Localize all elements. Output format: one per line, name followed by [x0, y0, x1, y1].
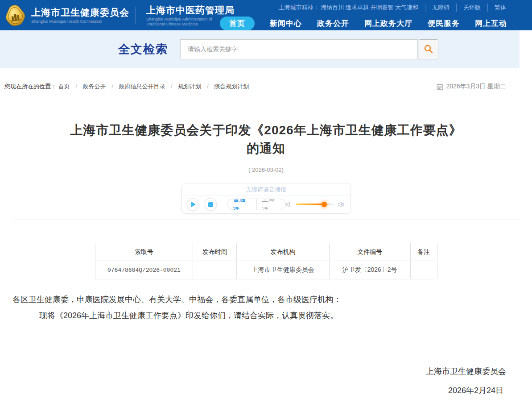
- cell-issuing-agency: 上海市卫生健康委员会: [237, 261, 330, 279]
- traditional-chinese-link[interactable]: 繁体: [487, 4, 506, 12]
- breadcrumb-separator: /: [171, 83, 173, 90]
- breadcrumb-prefix: 您现在所在的位置：: [4, 83, 57, 90]
- content-divider: [12, 220, 520, 220]
- article-publish-date: ( 2026-03-02): [0, 166, 532, 173]
- org-primary-name: 上海市卫生健康委员会: [31, 7, 129, 18]
- document-meta-table: 索取号 发布时间 发布机构 文件编号 备注 076478684Q/2026-00…: [95, 243, 437, 279]
- article-paragraph-salutation: 各区卫生健康委，申康医院发展中心、有关大学、中福会，各委直属单位，各市级医疗机构…: [12, 291, 519, 307]
- breadcrumb-item-comprehensive-planning[interactable]: 综合规划计划: [214, 83, 249, 90]
- cell-index-number: 076478684Q/2026-00021: [95, 261, 193, 279]
- nav-gov-affairs[interactable]: 政务公开: [317, 18, 349, 29]
- table-header-row: 索取号 发布时间 发布机构 文件编号 备注: [95, 243, 437, 261]
- site-header: 上海市卫生健康委员会 Shanghai Municipal Health Com…: [0, 0, 532, 30]
- col-publish-time: 发布时间: [193, 243, 237, 261]
- breadcrumb-item-home[interactable]: 首页: [58, 83, 70, 90]
- care-version-link[interactable]: 关怀版: [456, 4, 481, 12]
- signature-org: 上海市卫生健康委员会: [0, 366, 532, 377]
- volume-high-icon: [338, 201, 345, 208]
- nav-public-service[interactable]: 便民服务: [428, 18, 460, 29]
- col-remarks: 备注: [410, 243, 437, 261]
- volume-control: [286, 201, 345, 208]
- table-row: 076478684Q/2026-00021 上海市卫生健康委员会 沪卫发〔202…: [95, 261, 437, 279]
- cell-document-number: 沪卫发〔2026〕2号: [329, 261, 410, 279]
- site-brand: 上海市卫生健康委员会 Shanghai Municipal Health Com…: [4, 0, 235, 30]
- breadcrumb: 您现在所在的位置： 首页 / 政务公开 / 政府信息公开目录 / 规划计划 / …: [4, 83, 249, 91]
- breadcrumb-item-info-catalog[interactable]: 政府信息公开目录: [119, 83, 165, 90]
- signature-date: 2026年2月24日: [0, 385, 532, 396]
- breadcrumb-separator: /: [207, 83, 209, 90]
- breadcrumb-separator: /: [111, 83, 113, 90]
- article: 上海市卫生健康委员会关于印发《2026年上海市卫生健康工作要点》的通知 ( 20…: [0, 121, 532, 396]
- nav-home[interactable]: 首页: [220, 17, 255, 30]
- search-button[interactable]: [419, 39, 438, 59]
- cell-publish-time: [193, 261, 237, 279]
- calendar-icon: [437, 83, 443, 90]
- play-icon: [191, 202, 196, 207]
- tts-player-title: 无障碍语音播报: [182, 183, 351, 195]
- tts-player: 无障碍语音播报 普通话 上海话: [181, 183, 351, 214]
- volume-handle[interactable]: [322, 202, 327, 207]
- cell-remarks: [410, 261, 437, 279]
- stop-button[interactable]: [205, 198, 217, 211]
- accessibility-link[interactable]: 无障碍: [425, 4, 450, 12]
- volume-fill: [296, 204, 325, 205]
- org-primary: 上海市卫生健康委员会 Shanghai Municipal Health Com…: [31, 6, 129, 24]
- search-input[interactable]: [180, 39, 418, 59]
- brand-divider: [135, 7, 136, 24]
- nav-news-center[interactable]: 新闻中心: [270, 18, 302, 29]
- col-document-number: 文件编号: [329, 243, 410, 261]
- language-option-mandarin[interactable]: 普通话: [228, 199, 257, 210]
- tts-player-controls: 普通话 上海话: [182, 195, 351, 213]
- volume-low-icon: [286, 201, 292, 208]
- search-section: 全文检索: [0, 30, 520, 68]
- nav-online-service-hall[interactable]: 网上政务大厅: [364, 18, 412, 29]
- breadcrumb-separator: /: [75, 83, 77, 90]
- search-label: 全文检索: [118, 42, 168, 57]
- org-primary-name-en: Shanghai Municipal Health Commission: [31, 19, 129, 24]
- stop-icon: [208, 202, 213, 207]
- col-issuing-agency: 发布机构: [237, 243, 330, 261]
- play-button[interactable]: [187, 198, 199, 211]
- current-date: 2026年3月3日 星期二: [437, 83, 506, 91]
- volume-slider[interactable]: [296, 204, 334, 205]
- city-spirit-text: 上海城市精神： 海纳百川 追求卓越 开明睿智 大气谦和: [279, 4, 418, 12]
- org-secondary-name: 上海市中医药管理局: [146, 5, 235, 16]
- breadcrumb-item-planning[interactable]: 规划计划: [178, 83, 201, 90]
- breadcrumb-item-gov-affairs[interactable]: 政务公开: [83, 83, 106, 90]
- current-date-text: 2026年3月3日 星期二: [446, 83, 506, 91]
- breadcrumb-row: 您现在所在的位置： 首页 / 政务公开 / 政府信息公开目录 / 规划计划 / …: [0, 68, 532, 91]
- header-utility-row: 上海城市精神： 海纳百川 追求卓越 开明睿智 大气谦和 无障碍 关怀版 繁体: [279, 4, 506, 12]
- nav-online-interaction[interactable]: 网上互动: [475, 18, 507, 29]
- article-title: 上海市卫生健康委员会关于印发《2026年上海市卫生健康工作要点》的通知: [70, 121, 462, 158]
- emblem-logo-icon[interactable]: [4, 4, 26, 26]
- search-icon: [424, 44, 433, 54]
- language-option-shanghainese[interactable]: 上海话: [257, 199, 285, 210]
- language-toggle: 普通话 上海话: [227, 199, 286, 210]
- org-secondary-name-en: Shanghai Municipal Administration of Tra…: [146, 17, 223, 27]
- main-nav: 首页 新闻中心 政务公开 网上政务大厅 便民服务 网上互动: [220, 16, 507, 30]
- article-paragraph-body: 现将《2026年上海市卫生健康工作要点》印发给你们，请结合实际，认真贯彻落实。: [12, 307, 519, 324]
- col-index-number: 索取号: [95, 243, 193, 261]
